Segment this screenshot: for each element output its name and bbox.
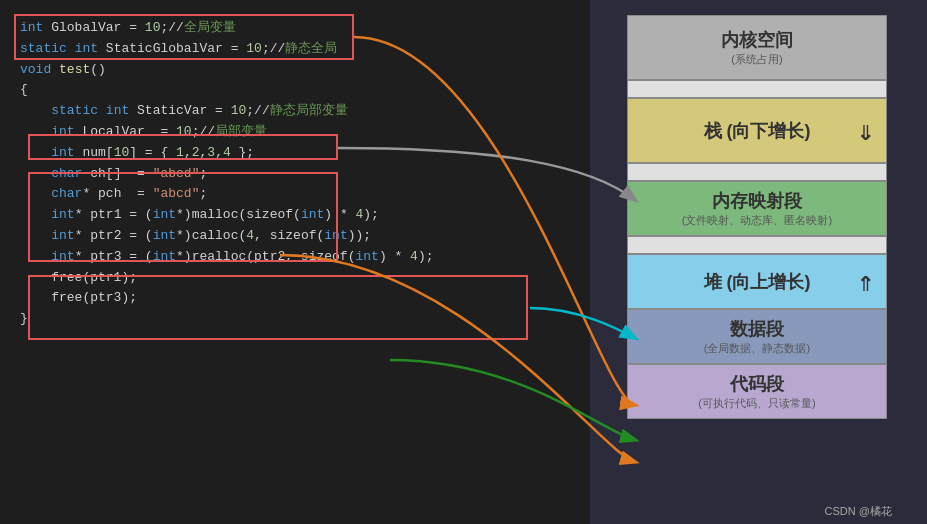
code-token: char: [51, 184, 82, 205]
code-token: test: [59, 60, 90, 81]
code-token: [20, 122, 51, 143]
code-token: int: [153, 247, 176, 268]
code-token: [20, 247, 51, 268]
code-token: [67, 39, 75, 60]
code-token: , sizeof(: [254, 226, 324, 247]
code-token: LocalVar =: [75, 122, 176, 143]
memory-panel: 内核空间(系统占用)栈 (向下增长)⇓内存映射段(文件映射、动态库、匿名映射)堆…: [617, 0, 897, 524]
code-token: ;//: [160, 18, 183, 39]
code-token: [20, 164, 51, 185]
code-line: char ch[] = "abcd";: [20, 164, 570, 185]
code-token: * pch =: [82, 184, 152, 205]
seg-title-mmap: 内存映射段: [712, 189, 802, 213]
code-token: StaticGlobalVar =: [98, 39, 246, 60]
code-token: 10: [114, 143, 130, 164]
code-lines: int GlobalVar = 10;//全局变量static int Stat…: [20, 18, 570, 330]
seg-title-code: 代码段: [730, 372, 784, 396]
code-token: int: [51, 226, 74, 247]
code-token: [20, 184, 51, 205]
code-token: ));: [348, 226, 371, 247]
code-token: 10: [231, 101, 247, 122]
code-token: 1: [176, 143, 184, 164]
code-token: * ptr2 = (: [75, 226, 153, 247]
code-token: ;//: [192, 122, 215, 143]
code-token: [51, 60, 59, 81]
code-token: [20, 143, 51, 164]
code-token: int: [20, 18, 43, 39]
code-token: * ptr1 = (: [75, 205, 153, 226]
seg-kernel: 内核空间(系统占用): [627, 15, 887, 80]
code-token: free(ptr3);: [20, 288, 137, 309]
code-token: ) *: [379, 247, 410, 268]
seg-mmap: 内存映射段(文件映射、动态库、匿名映射): [627, 181, 887, 236]
seg-data: 数据段(全局数据、静态数据): [627, 309, 887, 364]
code-token: ,: [184, 143, 192, 164]
code-token: int: [51, 247, 74, 268]
code-token: static: [20, 39, 67, 60]
code-token: char: [51, 164, 82, 185]
seg-title-stack: 栈 (向下增长): [704, 119, 811, 143]
seg-gap2: [627, 163, 887, 181]
code-token: int: [153, 205, 176, 226]
code-token: 3: [207, 143, 215, 164]
code-token: ,: [200, 143, 208, 164]
code-token: ] = {: [129, 143, 176, 164]
code-token: 4: [356, 205, 364, 226]
code-token: *)malloc(sizeof(: [176, 205, 301, 226]
seg-title-heap: 堆 (向上增长): [704, 270, 811, 294]
code-token: "abcd": [153, 164, 200, 185]
code-token: 10: [145, 18, 161, 39]
code-token: ch[] =: [82, 164, 152, 185]
seg-gap1: [627, 80, 887, 98]
code-line: static int StaticGlobalVar = 10;//静态全局: [20, 39, 570, 60]
code-token: 静态全局: [285, 39, 337, 60]
watermark: CSDN @橘花: [825, 504, 892, 519]
code-line: int LocalVar = 10;//局部变量: [20, 122, 570, 143]
code-token: ) *: [324, 205, 355, 226]
code-token: int: [301, 205, 324, 226]
code-line: {: [20, 80, 570, 101]
code-line: void test(): [20, 60, 570, 81]
code-line: free(ptr3);: [20, 288, 570, 309]
code-token: 4: [223, 143, 231, 164]
code-token: [20, 101, 51, 122]
code-token: *)calloc(: [176, 226, 246, 247]
code-token: ,: [215, 143, 223, 164]
code-token: 4: [246, 226, 254, 247]
code-token: [98, 101, 106, 122]
seg-title-kernel: 内核空间: [721, 28, 793, 52]
code-token: int: [51, 205, 74, 226]
code-token: StaticVar =: [129, 101, 230, 122]
seg-sub-data: (全局数据、静态数据): [704, 341, 810, 356]
seg-heap: 堆 (向上增长)⇑: [627, 254, 887, 309]
code-token: "abcd": [153, 184, 200, 205]
seg-sub-kernel: (系统占用): [731, 52, 782, 67]
seg-sub-mmap: (文件映射、动态库、匿名映射): [682, 213, 832, 228]
code-line: free(ptr1);: [20, 268, 570, 289]
code-token: int: [51, 122, 74, 143]
code-token: *)realloc(ptr2, sizeof(: [176, 247, 355, 268]
code-token: 静态局部变量: [270, 101, 348, 122]
code-token: int: [106, 101, 129, 122]
code-token: 10: [246, 39, 262, 60]
main-container: int GlobalVar = 10;//全局变量static int Stat…: [0, 0, 927, 524]
code-token: 10: [176, 122, 192, 143]
code-token: );: [418, 247, 441, 268]
code-token: int: [75, 39, 98, 60]
code-line: }: [20, 309, 570, 330]
seg-sub-code: (可执行代码、只读常量): [698, 396, 815, 411]
code-token: 2: [192, 143, 200, 164]
code-line: int num[10] = { 1,2,3,4 };: [20, 143, 570, 164]
seg-code: 代码段(可执行代码、只读常量): [627, 364, 887, 419]
seg-title-data: 数据段: [730, 317, 784, 341]
code-token: ;//: [262, 39, 285, 60]
code-token: };: [231, 143, 254, 164]
code-token: int: [355, 247, 378, 268]
code-token: num[: [75, 143, 114, 164]
seg-gap3: [627, 236, 887, 254]
code-token: ;: [199, 184, 207, 205]
code-token: free(ptr1);: [20, 268, 137, 289]
code-token: static: [51, 101, 98, 122]
code-token: 局部变量: [215, 122, 267, 143]
code-token: int: [51, 143, 74, 164]
